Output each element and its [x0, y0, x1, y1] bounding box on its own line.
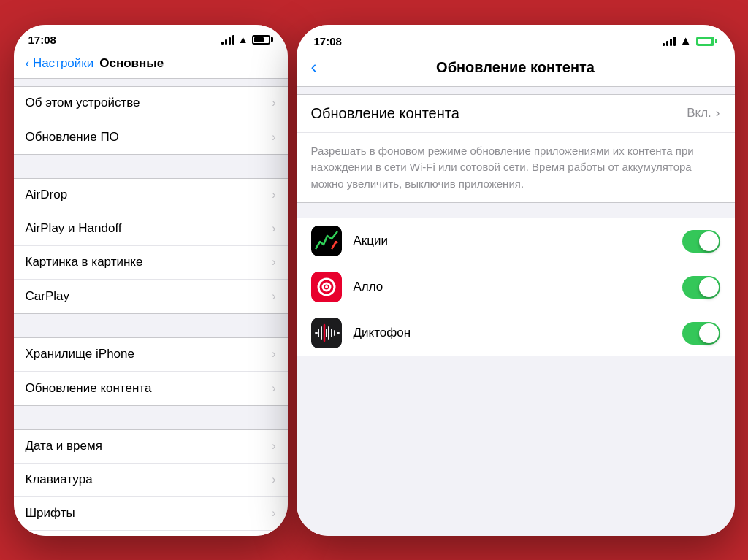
main-value-text: Вкл.: [687, 106, 711, 120]
chevron-airplay: ›: [272, 222, 275, 235]
chevron-bg-refresh: ›: [272, 382, 275, 395]
list-item-airplay[interactable]: AirPlay и Handoff ›: [14, 212, 288, 246]
bar4: [232, 35, 234, 45]
chevron-datetime: ›: [272, 440, 275, 453]
main-chevron: ›: [716, 106, 720, 120]
item-label-storage: Хранилище iPhone: [26, 347, 134, 361]
bar1: [221, 42, 224, 45]
list-item-language[interactable]: Язык и регион ›: [14, 531, 288, 536]
app-name-voice: Диктофон: [354, 326, 682, 340]
list-item-datetime[interactable]: Дата и время ›: [14, 430, 288, 464]
list-item-about[interactable]: Об этом устройстве ›: [14, 87, 288, 120]
toggle-allo[interactable]: [682, 276, 720, 299]
battery-right: [696, 37, 717, 46]
main-toggle-section: Обновление контента Вкл. › Разрешать в ф…: [297, 94, 735, 204]
phone-left: 17:08 ▲ ‹ Настройки: [14, 25, 288, 536]
battery-fill: [254, 37, 264, 42]
time-right: 17:08: [314, 35, 342, 47]
app-row-allo[interactable]: Алло: [297, 264, 735, 310]
gap2: [14, 155, 288, 178]
chevron-keyboard: ›: [272, 473, 275, 486]
main-toggle-row[interactable]: Обновление контента Вкл. ›: [297, 95, 735, 133]
list-item-pip[interactable]: Картинка в картинке ›: [14, 246, 288, 280]
battery-tip-right: [715, 39, 717, 43]
app-icon-voice: [311, 318, 342, 348]
battery-left: [252, 35, 273, 45]
chevron-carplay: ›: [272, 290, 275, 303]
signal-bars-right: [663, 36, 676, 46]
back-label-left: ‹ Настройки: [26, 56, 94, 71]
chevron-airdrop: ›: [272, 188, 275, 202]
stocks-svg: [311, 226, 342, 256]
item-label-fonts: Шрифты: [26, 506, 75, 521]
rbar3: [670, 39, 672, 46]
page-title-right: Обновление контента: [436, 59, 595, 76]
wifi-icon-left: ▲: [238, 34, 248, 45]
item-label-carplay: CarPlay: [26, 289, 69, 304]
rbar4: [673, 37, 676, 46]
item-label-airdrop: AirDrop: [26, 188, 68, 202]
battery-body: [252, 35, 270, 45]
item-label-about: Об этом устройстве: [26, 96, 140, 110]
app-icon-allo: [311, 272, 342, 302]
item-label-update: Обновление ПО: [26, 130, 119, 145]
bar3: [229, 37, 231, 45]
wifi-icon-right: ▲: [679, 34, 692, 49]
toggle-stocks[interactable]: [682, 230, 720, 253]
main-container: 17:08 ▲ ‹ Настройки: [0, 10, 748, 551]
list-item-bg-refresh[interactable]: Обновление контента ›: [14, 372, 288, 405]
page-title-left: Основные: [99, 56, 164, 71]
status-icons-left: ▲: [221, 34, 273, 45]
status-bar-left: 17:08 ▲: [14, 25, 288, 52]
list-item-fonts[interactable]: Шрифты ›: [14, 497, 288, 531]
list-item-update[interactable]: Обновление ПО ›: [14, 120, 288, 154]
section-3: Хранилище iPhone › Обновление контента ›: [14, 337, 288, 406]
content-area: Обновление контента Вкл. › Разрешать в ф…: [297, 87, 735, 536]
nav-bar-right: ‹ Обновление контента: [297, 55, 735, 87]
chevron-about: ›: [272, 96, 275, 110]
back-button-right[interactable]: ‹: [311, 57, 317, 77]
apps-section: Акции Алло: [297, 218, 735, 356]
battery-fill-right: [698, 39, 711, 44]
battery-tip: [271, 37, 273, 42]
list-item-airdrop[interactable]: AirDrop ›: [14, 179, 288, 212]
phone-right: 17:08 ▲ ‹ Обновление кон: [297, 25, 735, 536]
rbar1: [663, 43, 665, 46]
svg-point-4: [325, 285, 328, 288]
nav-bar-left: ‹ Настройки Основные: [14, 52, 288, 79]
gap3: [14, 314, 288, 337]
gap4: [14, 406, 288, 429]
item-label-bg-refresh: Обновление контента: [26, 381, 152, 396]
rbar2: [666, 41, 668, 46]
back-button-left[interactable]: ‹ Настройки: [26, 56, 94, 71]
chevron-update: ›: [272, 131, 275, 144]
bar2: [225, 39, 227, 45]
chevron-fonts: ›: [272, 507, 275, 520]
settings-list: Об этом устройстве › Обновление ПО › Air…: [14, 79, 288, 536]
battery-body-right: [696, 37, 714, 46]
gap1: [14, 79, 288, 86]
list-item-storage[interactable]: Хранилище iPhone ›: [14, 338, 288, 372]
toggle-voice[interactable]: [682, 322, 720, 345]
list-item-carplay[interactable]: CarPlay ›: [14, 280, 288, 313]
item-label-airplay: AirPlay и Handoff: [26, 221, 122, 236]
item-label-datetime: Дата и время: [26, 439, 102, 453]
app-row-voice[interactable]: Диктофон: [297, 310, 735, 356]
app-name-allo: Алло: [354, 280, 682, 294]
allo-svg: [311, 272, 342, 302]
list-item-keyboard[interactable]: Клавиатура ›: [14, 464, 288, 497]
voice-svg: [311, 318, 342, 348]
section-4: Дата и время › Клавиатура › Шрифты › Язы…: [14, 429, 288, 536]
description-text: Разрешать в фоновом режиме обновление пр…: [297, 133, 735, 203]
item-label-keyboard: Клавиатура: [26, 472, 93, 487]
main-toggle-label: Обновление контента: [311, 105, 459, 122]
item-label-pip: Картинка в картинке: [26, 255, 143, 269]
app-row-stocks[interactable]: Акции: [297, 218, 735, 264]
section-1: Об этом устройстве › Обновление ПО ›: [14, 86, 288, 155]
chevron-storage: ›: [272, 348, 275, 361]
app-name-stocks: Акции: [354, 234, 682, 248]
section-2: AirDrop › AirPlay и Handoff › Картинка в…: [14, 178, 288, 314]
status-bar-right: 17:08 ▲: [297, 25, 735, 55]
status-icons-right: ▲: [663, 34, 717, 49]
chevron-pip: ›: [272, 256, 275, 269]
